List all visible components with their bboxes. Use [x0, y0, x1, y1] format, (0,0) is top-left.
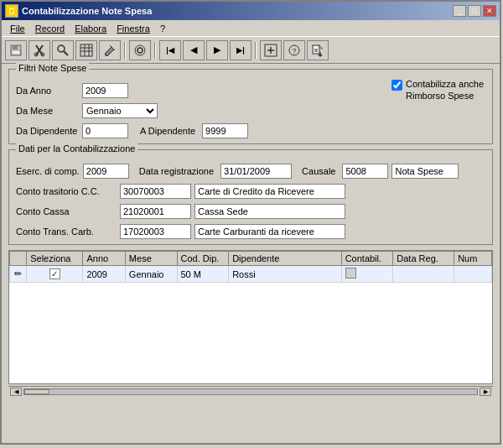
conto-trans-carb-input[interactable] — [120, 224, 191, 239]
save-icon — [9, 44, 23, 57]
menu-finestra[interactable]: Finestra — [111, 22, 155, 35]
prev-button[interactable]: ◀ — [183, 40, 205, 60]
maximize-button[interactable]: □ — [468, 5, 481, 17]
scroll-track[interactable] — [23, 388, 478, 395]
causale-desc-input[interactable] — [392, 164, 459, 179]
toolbar-sep-3 — [255, 42, 257, 59]
close-button[interactable]: ✕ — [483, 5, 496, 17]
dati-contabilizzazione-title: Dati per la Contabilizzazione — [16, 143, 137, 154]
svg-marker-24 — [319, 45, 323, 49]
cut-button[interactable] — [29, 40, 50, 60]
conto-trans-carb-desc-input[interactable] — [194, 224, 345, 239]
svg-text:?: ? — [292, 47, 296, 55]
th-cod-dip[interactable]: Cod. Dip. — [177, 252, 229, 266]
conto-transitorio-row: Conto trasitorio C.C. — [16, 184, 485, 199]
conto-cassa-desc-input[interactable] — [194, 204, 345, 219]
first-button[interactable]: |◀ — [159, 40, 181, 60]
eserc-label: Eserc. di comp. — [16, 166, 80, 176]
window-controls: _ □ ✕ — [453, 5, 496, 17]
da-dipendente-input[interactable] — [82, 123, 128, 138]
da-mese-select[interactable]: Gennaio Febbraio Marzo Aprile Maggio Giu… — [82, 103, 158, 118]
data-table: Seleziona Anno Mese Cod. Dip. Dipendente… — [9, 251, 492, 283]
menu-help[interactable]: ? — [155, 22, 170, 35]
a-dipendente-input[interactable] — [202, 123, 248, 138]
edit-button[interactable] — [99, 40, 121, 60]
svg-rect-9 — [80, 44, 92, 56]
contabil-checkbox[interactable] — [345, 268, 356, 279]
da-mese-row: Da Mese Gennaio Febbraio Marzo Aprile Ma… — [16, 103, 485, 118]
menu-record[interactable]: Record — [30, 22, 70, 35]
settings-button[interactable] — [129, 40, 151, 60]
info-button[interactable]: ? — [283, 40, 305, 60]
seleziona-checkbox[interactable] — [49, 268, 60, 279]
svg-marker-28 — [318, 55, 323, 57]
filtri-note-spese-title: Filtri Note Spese — [16, 63, 89, 73]
table-header-row: Seleziona Anno Mese Cod. Dip. Dipendente… — [10, 252, 492, 266]
cell-data-reg — [393, 266, 454, 283]
da-anno-input[interactable] — [82, 83, 128, 98]
svg-rect-2 — [12, 50, 20, 55]
conto-trans-carb-row: Conto Trans. Carb. — [16, 224, 485, 239]
cell-seleziona[interactable] — [27, 266, 83, 283]
data-table-container: Seleziona Anno Mese Cod. Dip. Dipendente… — [8, 250, 493, 384]
save-button[interactable] — [5, 40, 27, 60]
table-button[interactable] — [75, 40, 97, 60]
search-icon — [56, 44, 70, 57]
contabilizza-checkbox[interactable] — [392, 80, 402, 91]
th-data-reg[interactable]: Data Reg. — [393, 252, 454, 266]
causale-input[interactable] — [342, 164, 388, 179]
eserc-input[interactable] — [83, 164, 129, 179]
data-reg-label: Data registrazione — [139, 166, 214, 176]
menu-elabora[interactable]: Elabora — [70, 22, 111, 35]
filtri-note-spese-group: Filtri Note Spese Contabilizza anche Rim… — [8, 69, 493, 144]
th-dipendente[interactable]: Dipendente — [229, 252, 342, 266]
scroll-thumb[interactable] — [24, 389, 49, 394]
window-icon: 🗒 — [5, 4, 18, 18]
export-icon — [311, 44, 324, 57]
a-dipendente-label: A Dipendente — [140, 126, 195, 136]
horizontal-scrollbar: ◀ ▶ — [8, 386, 493, 396]
scroll-left-button[interactable]: ◀ — [10, 388, 22, 396]
da-mese-label: Da Mese — [16, 106, 79, 116]
minimize-button[interactable]: _ — [453, 5, 466, 17]
toolbar-sep-2 — [154, 42, 156, 59]
menubar: File Record Elabora Finestra ? — [2, 20, 500, 37]
table-icon — [80, 44, 93, 57]
scroll-right-button[interactable]: ▶ — [480, 388, 491, 396]
dati-contabilizzazione-group: Dati per la Contabilizzazione Eserc. di … — [8, 149, 493, 245]
cell-mese: Gennaio — [125, 266, 177, 283]
main-content: Filtri Note Spese Contabilizza anche Rim… — [2, 64, 500, 401]
th-contabil[interactable]: Contabil. — [341, 252, 393, 266]
cut-icon — [33, 44, 46, 57]
next-button[interactable]: ▶ — [206, 40, 228, 60]
th-anno[interactable]: Anno — [83, 252, 125, 266]
conto-cassa-row: Conto Cassa — [16, 204, 485, 219]
cell-dipendente: Rossi — [229, 266, 342, 283]
last-button[interactable]: ▶| — [230, 40, 252, 60]
th-mese[interactable]: Mese — [125, 252, 177, 266]
causale-label: Causale — [302, 166, 335, 176]
svg-point-7 — [58, 45, 65, 52]
th-seleziona[interactable]: Seleziona — [27, 252, 83, 266]
settings-icon — [133, 44, 147, 57]
add-button[interactable] — [260, 40, 282, 60]
conto-trans-carb-label: Conto Trans. Carb. — [16, 227, 117, 237]
row-icon: ✏ — [10, 266, 27, 283]
find-button[interactable] — [52, 40, 74, 60]
cell-anno: 2009 — [83, 266, 125, 283]
contabilizza-checkbox-area: Contabilizza anche Rimborso Spese — [392, 78, 484, 102]
conto-cassa-input[interactable] — [120, 204, 191, 219]
table-row[interactable]: ✏ 2009 Gennaio 50 M Rossi — [10, 266, 492, 283]
conto-transitorio-input[interactable] — [120, 184, 191, 199]
menu-file[interactable]: File — [5, 22, 30, 35]
export-button[interactable] — [307, 40, 329, 60]
edit-icon — [103, 44, 117, 57]
svg-point-17 — [135, 45, 145, 55]
svg-point-16 — [137, 48, 143, 53]
data-reg-input[interactable] — [220, 164, 292, 179]
svg-rect-1 — [13, 45, 18, 49]
conto-transitorio-label: Conto trasitorio C.C. — [16, 186, 117, 196]
th-num[interactable]: Num — [454, 252, 492, 266]
svg-line-8 — [64, 51, 68, 55]
conto-transitorio-desc-input[interactable] — [194, 184, 345, 199]
